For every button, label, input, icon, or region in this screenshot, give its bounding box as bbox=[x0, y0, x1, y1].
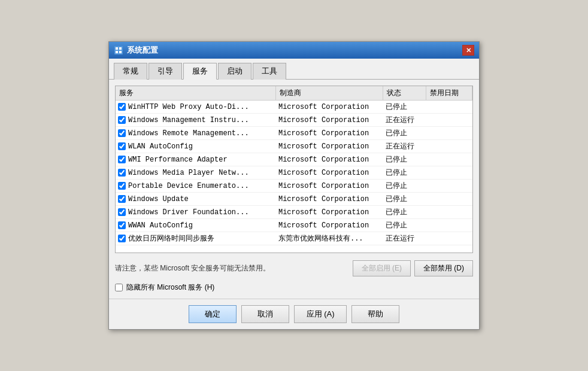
service-name: WWAN AutoConfig bbox=[128, 221, 193, 230]
ok-button[interactable]: 确定 bbox=[189, 305, 237, 323]
service-date bbox=[426, 219, 472, 232]
service-checkbox[interactable] bbox=[118, 235, 126, 242]
service-name: Windows Media Player Netw... bbox=[128, 169, 249, 177]
service-name: Windows Management Instru... bbox=[128, 116, 249, 124]
service-status: 已停止 bbox=[383, 127, 426, 140]
service-name-cell: 优效日历网络时间同步服务 bbox=[116, 232, 276, 245]
service-vendor: 东莞市优效网络科技有... bbox=[276, 232, 383, 245]
service-name-cell: Windows Media Player Netw... bbox=[116, 166, 276, 180]
service-status: 正在运行 bbox=[383, 140, 426, 153]
service-name-cell: WLAN AutoConfig bbox=[116, 140, 276, 153]
service-name-cell: Windows Remote Management... bbox=[116, 127, 276, 140]
svg-rect-2 bbox=[119, 47, 122, 50]
window-title: 系统配置 bbox=[127, 45, 158, 56]
service-name-cell: WinHTTP Web Proxy Auto-Di... bbox=[116, 101, 276, 114]
service-checkbox[interactable] bbox=[118, 182, 126, 190]
table-row: 优效日历网络时间同步服务东莞市优效网络科技有...正在运行 bbox=[116, 232, 472, 245]
service-name-cell: WWAN AutoConfig bbox=[116, 219, 276, 232]
service-date bbox=[426, 193, 472, 206]
tab-services[interactable]: 服务 bbox=[183, 63, 217, 80]
service-name-cell: Windows Update bbox=[116, 193, 276, 206]
service-checkbox[interactable] bbox=[118, 142, 126, 150]
col-vendor: 制造商 bbox=[276, 86, 383, 101]
table-row: WinHTTP Web Proxy Auto-Di...Microsoft Co… bbox=[116, 101, 472, 114]
service-checkbox[interactable] bbox=[118, 156, 126, 163]
enable-all-button[interactable]: 全部启用 (E) bbox=[353, 260, 411, 276]
service-name: 优效日历网络时间同步服务 bbox=[128, 233, 214, 244]
service-vendor: Microsoft Corporation bbox=[276, 140, 383, 153]
service-name-cell: WMI Performance Adapter bbox=[116, 153, 276, 166]
service-vendor: Microsoft Corporation bbox=[276, 193, 383, 206]
main-window: 系统配置 ✕ 常规 引导 服务 启动 工具 服务 制造商 状态 禁用日期 bbox=[108, 41, 480, 330]
hide-ms-row: 隐藏所有 Microsoft 服务 (H) bbox=[115, 282, 473, 293]
svg-rect-1 bbox=[116, 47, 118, 50]
service-checkbox[interactable] bbox=[118, 116, 126, 124]
hide-ms-checkbox[interactable] bbox=[115, 284, 123, 291]
tab-boot[interactable]: 引导 bbox=[148, 63, 182, 80]
title-bar: 系统配置 ✕ bbox=[109, 42, 479, 59]
service-checkbox[interactable] bbox=[118, 195, 126, 203]
service-status: 正在运行 bbox=[383, 114, 426, 127]
service-checkbox[interactable] bbox=[118, 169, 126, 177]
service-name: WinHTTP Web Proxy Auto-Di... bbox=[128, 103, 249, 111]
services-table: 服务 制造商 状态 禁用日期 WinHTTP Web Proxy Auto-Di… bbox=[116, 86, 472, 245]
svg-rect-3 bbox=[116, 51, 118, 53]
service-status: 已停止 bbox=[383, 219, 426, 232]
service-name: Windows Remote Management... bbox=[128, 129, 249, 138]
tab-tools[interactable]: 工具 bbox=[253, 63, 286, 80]
service-date bbox=[426, 127, 472, 140]
service-checkbox[interactable] bbox=[118, 129, 126, 137]
col-date: 禁用日期 bbox=[426, 86, 472, 101]
service-name: WLAN AutoConfig bbox=[128, 142, 193, 151]
service-name-cell: Windows Management Instru... bbox=[116, 114, 276, 127]
service-status: 已停止 bbox=[383, 153, 426, 166]
svg-rect-4 bbox=[119, 51, 122, 53]
notice-area: 请注意，某些 Microsoft 安全服务可能无法禁用。 全部启用 (E) 全部… bbox=[115, 258, 473, 279]
service-name: WMI Performance Adapter bbox=[128, 156, 228, 164]
service-vendor: Microsoft Corporation bbox=[276, 219, 383, 232]
close-button[interactable]: ✕ bbox=[462, 45, 474, 56]
service-vendor: Microsoft Corporation bbox=[276, 153, 383, 166]
service-date bbox=[426, 153, 472, 166]
bottom-bar: 确定 取消 应用 (A) 帮助 bbox=[109, 299, 479, 329]
title-bar-left: 系统配置 bbox=[114, 45, 158, 56]
tab-bar: 常规 引导 服务 启动 工具 bbox=[109, 59, 479, 80]
table-row: Windows UpdateMicrosoft Corporation已停止 bbox=[116, 193, 472, 206]
window-icon bbox=[114, 45, 123, 55]
service-status: 已停止 bbox=[383, 206, 426, 219]
col-status: 状态 bbox=[383, 86, 426, 101]
service-name-cell: Portable Device Enumerato... bbox=[116, 180, 276, 193]
service-name: Portable Device Enumerato... bbox=[128, 182, 249, 190]
service-date bbox=[426, 101, 472, 114]
service-status: 正在运行 bbox=[383, 232, 426, 245]
notice-text: 请注意，某些 Microsoft 安全服务可能无法禁用。 bbox=[115, 263, 270, 273]
table-row: Windows Remote Management...Microsoft Co… bbox=[116, 127, 472, 140]
hide-ms-label: 隐藏所有 Microsoft 服务 (H) bbox=[126, 282, 214, 293]
service-name: Windows Update bbox=[128, 195, 189, 203]
service-checkbox[interactable] bbox=[118, 103, 126, 111]
service-date bbox=[426, 206, 472, 219]
service-date bbox=[426, 180, 472, 193]
service-name: Windows Driver Foundation... bbox=[128, 208, 249, 217]
service-date bbox=[426, 232, 472, 245]
service-checkbox[interactable] bbox=[118, 208, 126, 216]
service-vendor: Microsoft Corporation bbox=[276, 101, 383, 114]
table-row: Windows Driver Foundation...Microsoft Co… bbox=[116, 206, 472, 219]
tab-general[interactable]: 常规 bbox=[114, 63, 147, 80]
service-status: 已停止 bbox=[383, 180, 426, 193]
service-date bbox=[426, 140, 472, 153]
service-date bbox=[426, 114, 472, 127]
tab-startup[interactable]: 启动 bbox=[218, 63, 251, 80]
service-name-cell: Windows Driver Foundation... bbox=[116, 206, 276, 219]
help-button[interactable]: 帮助 bbox=[351, 305, 399, 323]
table-row: WLAN AutoConfigMicrosoft Corporation正在运行 bbox=[116, 140, 472, 153]
apply-button[interactable]: 应用 (A) bbox=[294, 305, 347, 323]
service-vendor: Microsoft Corporation bbox=[276, 166, 383, 180]
disable-all-button[interactable]: 全部禁用 (D) bbox=[414, 260, 473, 276]
service-vendor: Microsoft Corporation bbox=[276, 180, 383, 193]
table-row: Windows Media Player Netw...Microsoft Co… bbox=[116, 166, 472, 180]
services-table-container[interactable]: 服务 制造商 状态 禁用日期 WinHTTP Web Proxy Auto-Di… bbox=[115, 86, 473, 253]
table-row: WWAN AutoConfigMicrosoft Corporation已停止 bbox=[116, 219, 472, 232]
cancel-button[interactable]: 取消 bbox=[241, 305, 289, 323]
service-checkbox[interactable] bbox=[118, 221, 126, 229]
